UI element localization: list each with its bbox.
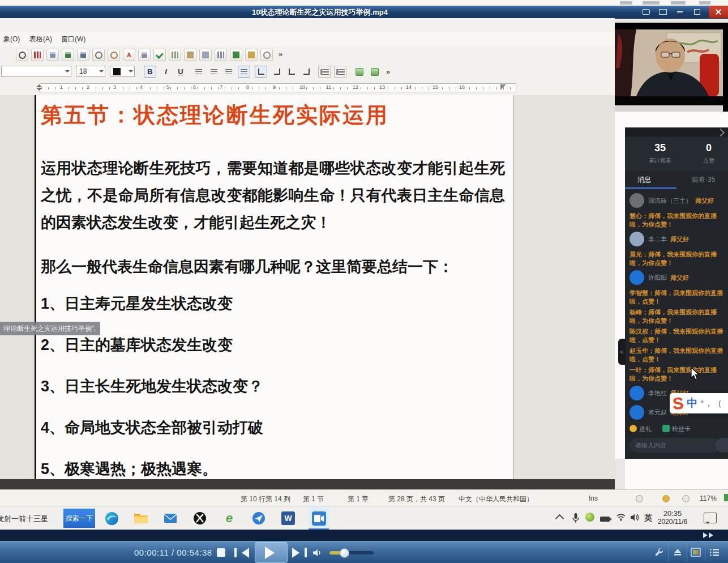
snapshot-icon[interactable] <box>687 543 705 561</box>
tab-viewers[interactable]: 观看·35 <box>692 175 715 185</box>
right-margin-marker[interactable] <box>500 84 506 90</box>
security-tray-icon[interactable] <box>585 513 594 522</box>
tab-messages[interactable]: 消息 <box>637 175 651 185</box>
chat-username[interactable]: 将元起 <box>648 408 667 417</box>
chat-username[interactable]: 许阳阳 <box>648 274 667 282</box>
menu-object[interactable]: 象(O) <box>3 35 20 44</box>
zoom-in-icon[interactable] <box>92 49 105 61</box>
volume-slider[interactable] <box>329 551 374 555</box>
columns-icon[interactable] <box>169 49 181 61</box>
wifi-icon[interactable] <box>616 513 626 523</box>
ime-punctuation[interactable]: °，（ <box>700 398 722 409</box>
panel-collapse-icon[interactable] <box>717 129 725 137</box>
fan-card-label[interactable]: 粉丝卡 <box>672 425 691 433</box>
indent-marker-top[interactable] <box>36 82 42 87</box>
close-button[interactable] <box>709 6 728 18</box>
clipboard-icon[interactable] <box>184 49 196 61</box>
document-page[interactable]: 第五节：状态理论断生死实际运用 运用状态理论断生死技巧，需要知道都是哪些状态改变… <box>36 95 513 479</box>
tray-chevron-icon[interactable] <box>555 514 564 523</box>
xbox-icon[interactable] <box>192 511 207 526</box>
avatar[interactable] <box>629 193 644 208</box>
decrease-indent-button[interactable] <box>353 66 366 78</box>
tab-bar-button[interactable] <box>300 66 312 78</box>
frame-icon[interactable] <box>138 49 151 61</box>
video-player-icon[interactable] <box>311 511 326 526</box>
settings-wrench-icon[interactable] <box>650 543 668 561</box>
playlist-icon[interactable] <box>705 543 723 561</box>
align-left-button[interactable] <box>192 66 205 78</box>
bold-button[interactable]: B <box>144 66 156 78</box>
view-button[interactable] <box>724 494 728 501</box>
mail-icon[interactable] <box>163 511 178 526</box>
avatar[interactable] <box>629 232 644 246</box>
globe-icon[interactable] <box>260 49 273 61</box>
minimize-button[interactable] <box>673 7 687 16</box>
eject-icon[interactable] <box>668 543 687 561</box>
ie-icon[interactable]: e <box>222 511 237 526</box>
tray-clock[interactable]: 20:35 2020/11/6 <box>654 509 691 526</box>
font-size-select[interactable]: 18 <box>76 66 105 77</box>
ime-statusbar[interactable]: S 中 °，（ <box>670 393 728 413</box>
browser-icon[interactable] <box>251 511 266 526</box>
avatar[interactable] <box>629 270 644 285</box>
chart-icon[interactable] <box>31 49 44 61</box>
avatar[interactable] <box>629 405 644 420</box>
toolbar-overflow-icon[interactable]: » <box>279 50 282 58</box>
zoom-out-icon[interactable] <box>108 49 120 61</box>
play-button[interactable] <box>255 542 288 563</box>
volume-icon[interactable] <box>310 541 325 563</box>
italic-button[interactable]: I <box>160 66 172 78</box>
next-button[interactable] <box>290 541 309 563</box>
action-center-icon[interactable] <box>704 513 717 523</box>
volume-tray-icon[interactable] <box>630 513 640 524</box>
maximize-button[interactable] <box>690 7 704 16</box>
word-icon[interactable]: W <box>281 511 296 526</box>
increase-indent-button[interactable] <box>369 66 381 78</box>
toolbar-overflow-icon[interactable]: » <box>386 67 390 76</box>
spellcheck-icon[interactable] <box>153 49 166 61</box>
page-icon[interactable] <box>199 49 212 61</box>
status-zoom[interactable]: 117% <box>700 494 717 502</box>
bullets-button[interactable] <box>334 66 346 78</box>
find-icon[interactable] <box>16 49 28 61</box>
chat-username[interactable]: 漂流砖（三土） <box>648 197 692 205</box>
justify-button[interactable] <box>238 66 250 78</box>
ime-language-indicator[interactable]: 英 <box>644 513 652 523</box>
mailmerge-icon[interactable] <box>230 49 242 61</box>
font-color-select[interactable] <box>110 66 135 77</box>
battery-icon[interactable] <box>600 514 611 524</box>
search-button[interactable]: 搜索一下 <box>63 509 95 528</box>
table-insert-icon[interactable] <box>46 49 59 61</box>
align-center-button[interactable] <box>208 66 220 78</box>
chat-username[interactable]: 李二丰 <box>648 235 667 244</box>
ime-mode-chinese[interactable]: 中 <box>687 396 697 411</box>
font-family-select[interactable] <box>1 66 71 77</box>
spreadsheet-icon[interactable] <box>62 49 74 61</box>
indent-marker-bottom[interactable] <box>36 88 42 93</box>
file-explorer-icon[interactable] <box>134 511 148 526</box>
seek-bar[interactable] <box>0 530 728 541</box>
underline-button[interactable]: U <box>174 66 187 78</box>
stop-button[interactable] <box>213 541 229 563</box>
chat-username[interactable]: 李艳红 <box>648 389 667 398</box>
menu-table[interactable]: 表格(A) <box>29 35 52 44</box>
volume-knob[interactable] <box>340 548 349 558</box>
tab-left-button[interactable] <box>255 66 267 78</box>
display-icon[interactable] <box>656 7 670 16</box>
fan-card-icon[interactable] <box>662 425 670 432</box>
chat-input[interactable] <box>629 438 720 453</box>
tab-center-button[interactable] <box>271 66 283 78</box>
send-button[interactable] <box>716 438 728 453</box>
edge-icon[interactable] <box>104 511 119 526</box>
news-ticker[interactable]: 发射一箭十三星 <box>0 514 48 524</box>
gift-label[interactable]: 送礼 <box>639 425 652 433</box>
gift-icon[interactable] <box>629 425 637 432</box>
bookmark-icon[interactable] <box>215 49 227 61</box>
menu-window[interactable]: 窗口(W) <box>61 35 85 44</box>
message-icon[interactable] <box>639 7 653 16</box>
microphone-icon[interactable] <box>572 513 580 526</box>
table-icon[interactable] <box>77 49 89 61</box>
fast-forward-icon[interactable] <box>709 532 716 538</box>
font-color-icon[interactable]: A <box>123 49 135 61</box>
align-right-button[interactable] <box>222 66 235 78</box>
